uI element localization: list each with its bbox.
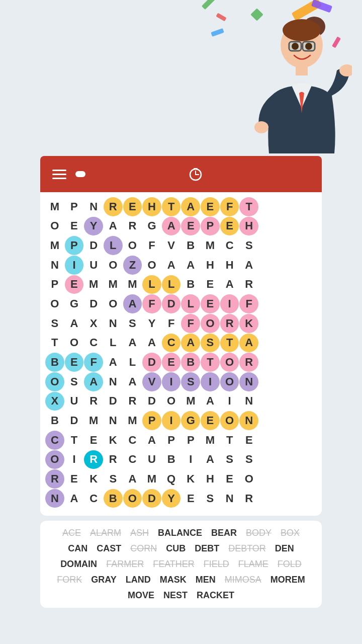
- grid-cell[interactable]: F: [162, 314, 181, 333]
- grid-cell[interactable]: M: [84, 411, 103, 430]
- grid-cell[interactable]: V: [142, 372, 161, 391]
- grid-cell[interactable]: [259, 334, 278, 353]
- grid-cell[interactable]: R: [123, 392, 142, 411]
- grid-cell[interactable]: A: [142, 334, 161, 353]
- grid-cell[interactable]: G: [181, 411, 200, 430]
- grid-cell[interactable]: [298, 217, 317, 236]
- grid-cell[interactable]: D: [84, 236, 103, 255]
- grid-cell[interactable]: R: [123, 217, 142, 236]
- grid-cell[interactable]: O: [104, 294, 123, 313]
- grid-cell[interactable]: O: [220, 353, 239, 372]
- grid-cell[interactable]: O: [123, 489, 142, 508]
- grid-cell[interactable]: O: [220, 372, 239, 391]
- grid-cell[interactable]: [298, 431, 317, 450]
- grid-cell[interactable]: R: [84, 450, 103, 469]
- grid-cell[interactable]: E: [220, 469, 239, 489]
- grid-cell[interactable]: N: [239, 411, 258, 430]
- grid-cell[interactable]: [259, 236, 278, 255]
- grid-cell[interactable]: [298, 256, 317, 275]
- grid-cell[interactable]: S: [65, 372, 84, 391]
- grid-cell[interactable]: R: [104, 197, 123, 216]
- grid-cell[interactable]: K: [239, 314, 258, 333]
- grid-cell[interactable]: S: [239, 236, 258, 255]
- grid-cell[interactable]: H: [201, 469, 220, 489]
- grid-cell[interactable]: M: [123, 275, 142, 294]
- grid-cell[interactable]: U: [65, 392, 84, 411]
- grid-cell[interactable]: G: [65, 294, 84, 313]
- grid-cell[interactable]: T: [220, 431, 239, 450]
- grid-cell[interactable]: [259, 314, 278, 333]
- grid-cell[interactable]: A: [123, 469, 142, 489]
- grid-cell[interactable]: D: [142, 392, 161, 411]
- grid-cell[interactable]: L: [142, 275, 161, 294]
- grid-cell[interactable]: S: [201, 334, 220, 353]
- grid-cell[interactable]: A: [220, 275, 239, 294]
- grid-cell[interactable]: S: [239, 450, 258, 469]
- grid-cell[interactable]: A: [65, 489, 84, 508]
- grid-cell[interactable]: I: [162, 411, 181, 430]
- grid-cell[interactable]: T: [239, 197, 258, 216]
- grid-cell[interactable]: O: [201, 314, 220, 333]
- grid-cell[interactable]: [279, 217, 298, 236]
- grid-cell[interactable]: [279, 314, 298, 333]
- grid-cell[interactable]: B: [181, 353, 200, 372]
- grid-cell[interactable]: T: [65, 431, 84, 450]
- grid-cell[interactable]: F: [142, 294, 161, 313]
- grid-cell[interactable]: I: [65, 256, 84, 275]
- grid-cell[interactable]: N: [104, 314, 123, 333]
- grid-cell[interactable]: R: [45, 469, 64, 489]
- grid-cell[interactable]: [298, 469, 317, 489]
- grid-cell[interactable]: N: [104, 372, 123, 391]
- grid-cell[interactable]: L: [162, 275, 181, 294]
- grid-cell[interactable]: A: [84, 372, 103, 391]
- grid-cell[interactable]: A: [201, 392, 220, 411]
- grid-cell[interactable]: M: [45, 236, 64, 255]
- grid-cell[interactable]: O: [220, 411, 239, 430]
- grid-cell[interactable]: [298, 236, 317, 255]
- grid-cell[interactable]: N: [84, 197, 103, 216]
- grid-cell[interactable]: D: [104, 392, 123, 411]
- grid-cell[interactable]: R: [239, 489, 258, 508]
- grid-cell[interactable]: I: [220, 294, 239, 313]
- grid-cell[interactable]: C: [220, 236, 239, 255]
- grid-cell[interactable]: [259, 392, 278, 411]
- grid-cell[interactable]: [298, 314, 317, 333]
- grid-cell[interactable]: K: [84, 469, 103, 489]
- grid-cell[interactable]: A: [65, 314, 84, 333]
- grid-cell[interactable]: [298, 392, 317, 411]
- grid-cell[interactable]: E: [201, 294, 220, 313]
- grid-cell[interactable]: Y: [142, 314, 161, 333]
- grid-cell[interactable]: N: [239, 372, 258, 391]
- word-search-grid[interactable]: MPNREHTAEFTOEYARGAEPEHMPDLOFVBMCSNIUOZOA…: [45, 197, 317, 508]
- grid-cell[interactable]: S: [45, 314, 64, 333]
- grid-cell[interactable]: H: [201, 256, 220, 275]
- grid-cell[interactable]: L: [181, 294, 200, 313]
- grid-cell[interactable]: [259, 489, 278, 508]
- grid-cell[interactable]: [259, 450, 278, 469]
- grid-cell[interactable]: N: [220, 489, 239, 508]
- grid-cell[interactable]: E: [239, 431, 258, 450]
- grid-cell[interactable]: B: [45, 353, 64, 372]
- grid-cell[interactable]: O: [45, 372, 64, 391]
- grid-cell[interactable]: [279, 489, 298, 508]
- grid-cell[interactable]: S: [123, 314, 142, 333]
- grid-cell[interactable]: P: [142, 411, 161, 430]
- grid-cell[interactable]: A: [162, 217, 181, 236]
- grid-cell[interactable]: E: [201, 411, 220, 430]
- grid-cell[interactable]: H: [220, 256, 239, 275]
- grid-cell[interactable]: [259, 372, 278, 391]
- grid-cell[interactable]: [298, 353, 317, 372]
- grid-cell[interactable]: P: [65, 197, 84, 216]
- grid-cell[interactable]: R: [220, 314, 239, 333]
- grid-cell[interactable]: F: [84, 353, 103, 372]
- grid-cell[interactable]: [279, 469, 298, 489]
- grid-cell[interactable]: A: [104, 353, 123, 372]
- grid-cell[interactable]: [298, 450, 317, 469]
- grid-cell[interactable]: [279, 411, 298, 430]
- grid-cell[interactable]: Y: [162, 489, 181, 508]
- grid-cell[interactable]: D: [65, 411, 84, 430]
- grid-cell[interactable]: [279, 353, 298, 372]
- grid-cell[interactable]: [298, 489, 317, 508]
- grid-cell[interactable]: O: [65, 334, 84, 353]
- grid-cell[interactable]: G: [142, 217, 161, 236]
